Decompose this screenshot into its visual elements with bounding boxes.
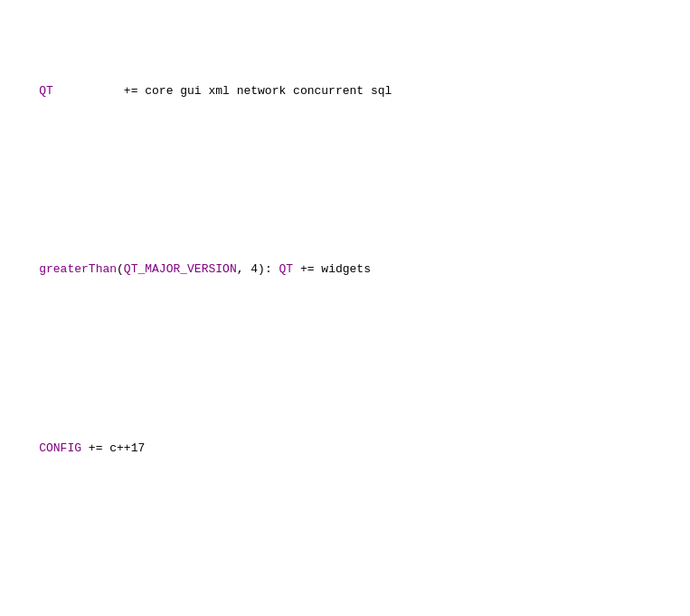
line-qt: QT += core gui xml network concurrent sq… [11, 63, 679, 119]
line-comment1: # You can make your code fail to compile… [11, 599, 679, 616]
blank-line-3 [11, 534, 679, 543]
config-keyword: CONFIG [39, 441, 81, 455]
gt-function: greaterThan [39, 262, 117, 276]
code-editor: QT += core gui xml network concurrent sq… [11, 7, 679, 616]
line-greater-than: greaterThan(QT_MAJOR_VERSION, 4): QT += … [11, 242, 679, 299]
blank-line-2 [11, 355, 679, 364]
blank-line-1 [11, 176, 679, 185]
qt-keyword: QT [39, 84, 53, 98]
line-config: CONFIG += c++17 [11, 421, 679, 477]
